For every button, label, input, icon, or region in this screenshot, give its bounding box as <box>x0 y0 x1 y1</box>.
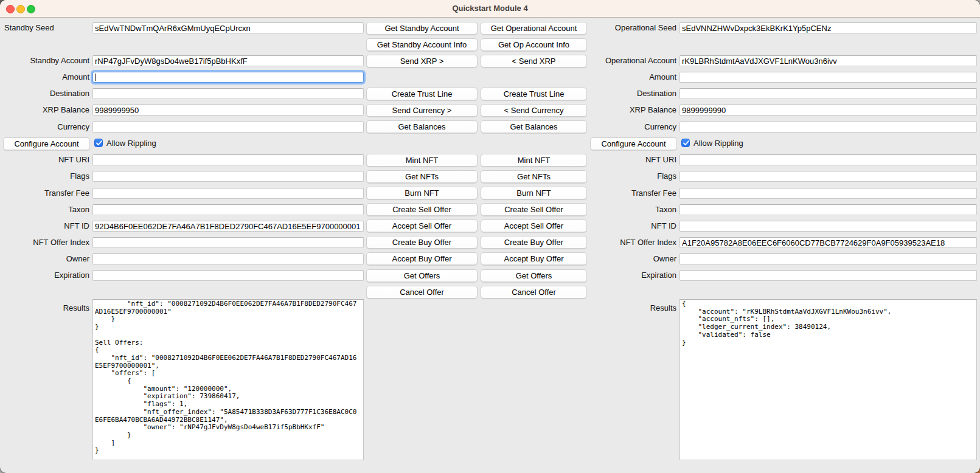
standby-mint-nft-button[interactable]: Mint NFT <box>366 154 478 167</box>
operational-account-label: Operational Account <box>523 55 676 66</box>
operational-destination-input[interactable] <box>679 88 977 99</box>
standby-nft-offer-index-label: NFT Offer Index <box>0 237 89 247</box>
operational-xrp-balance-label: XRP Balance <box>523 105 676 115</box>
standby-amount-label: Amount <box>0 72 89 82</box>
operational-transfer-fee-input[interactable] <box>679 188 977 199</box>
standby-nft-id-input[interactable] <box>92 221 364 232</box>
operational-expiration-input[interactable] <box>679 270 977 281</box>
standby-seed-input[interactable] <box>92 22 364 33</box>
app-window: Quickstart Module 4 Standby Seed Standby… <box>0 0 980 473</box>
operational-allow-rippling-checkbox[interactable] <box>681 139 690 147</box>
standby-amount-input[interactable] <box>92 72 364 83</box>
operational-amount-label: Amount <box>523 72 676 82</box>
operational-xrp-balance-input[interactable] <box>679 105 977 116</box>
standby-destination-input[interactable] <box>92 88 364 99</box>
title-bar: Quickstart Module 4 <box>0 0 980 18</box>
get-standby-account-info-button[interactable]: Get Standby Account Info <box>366 38 478 51</box>
operational-currency-input[interactable] <box>679 122 977 133</box>
send-xrp-right-button[interactable]: Send XRP > <box>366 55 478 67</box>
operational-cancel-offer-button[interactable]: Cancel Offer <box>481 286 587 299</box>
standby-account-label: Standby Account <box>0 55 89 66</box>
standby-get-balances-button[interactable]: Get Balances <box>366 120 478 133</box>
standby-nft-offer-index-input[interactable] <box>92 237 364 248</box>
standby-create-sell-offer-button[interactable]: Create Sell Offer <box>366 203 478 216</box>
operational-owner-input[interactable] <box>679 254 977 264</box>
standby-flags-input[interactable] <box>92 171 364 182</box>
standby-allow-rippling-checkbox[interactable] <box>94 139 103 147</box>
operational-transfer-fee-label: Transfer Fee <box>523 188 676 198</box>
checkmark-icon <box>683 140 689 146</box>
standby-xrp-balance-label: XRP Balance <box>0 105 89 115</box>
text-caret <box>96 74 96 81</box>
standby-currency-label: Currency <box>0 122 89 132</box>
standby-transfer-fee-label: Transfer Fee <box>0 188 89 198</box>
operational-results-text: { "account": "rK9LBRhStdmtAaVdJXGVF1LnKW… <box>682 300 976 347</box>
operational-destination-label: Destination <box>523 88 676 98</box>
zoom-button[interactable] <box>27 5 35 13</box>
operational-nft-offer-index-input[interactable] <box>679 237 977 248</box>
operational-nft-uri-input[interactable] <box>679 154 977 165</box>
standby-nft-uri-input[interactable] <box>92 154 364 165</box>
operational-amount-input[interactable] <box>679 72 977 83</box>
standby-flags-label: Flags <box>0 171 89 181</box>
standby-currency-input[interactable] <box>92 122 364 133</box>
operational-allow-rippling-label: Allow Rippling <box>693 138 743 148</box>
standby-get-nfts-button[interactable]: Get NFTs <box>366 170 478 183</box>
standby-configure-account-button[interactable]: Configure Account <box>3 137 90 150</box>
standby-burn-nft-button[interactable]: Burn NFT <box>366 187 478 199</box>
operational-nft-uri-label: NFT URI <box>523 154 676 165</box>
standby-results-label: Results <box>0 303 89 313</box>
standby-get-offers-button[interactable]: Get Offers <box>366 269 478 282</box>
standby-owner-label: Owner <box>0 254 89 264</box>
standby-expiration-label: Expiration <box>0 270 89 280</box>
checkmark-icon <box>96 140 102 146</box>
standby-nft-id-label: NFT ID <box>0 221 89 231</box>
operational-owner-label: Owner <box>523 254 676 264</box>
operational-expiration-label: Expiration <box>523 270 676 280</box>
standby-taxon-label: Taxon <box>0 204 89 215</box>
standby-create-buy-offer-button[interactable]: Create Buy Offer <box>366 236 478 249</box>
operational-taxon-input[interactable] <box>679 204 977 215</box>
close-button[interactable] <box>6 5 15 13</box>
standby-expiration-input[interactable] <box>92 270 364 281</box>
standby-seed-label: Standby Seed <box>4 22 89 33</box>
operational-results-area[interactable]: { "account": "rK9LBRhStdmtAaVdJXGVF1LnKW… <box>679 299 977 460</box>
standby-accept-sell-offer-button[interactable]: Accept Sell Offer <box>366 219 478 232</box>
window-title: Quickstart Module 4 <box>0 0 980 17</box>
operational-flags-label: Flags <box>523 171 676 181</box>
operational-flags-input[interactable] <box>679 171 977 182</box>
standby-transfer-fee-input[interactable] <box>92 188 364 199</box>
standby-allow-rippling-label: Allow Rippling <box>106 138 156 148</box>
operational-seed-input[interactable] <box>679 22 977 33</box>
standby-cancel-offer-button[interactable]: Cancel Offer <box>366 286 478 299</box>
minimize-button[interactable] <box>16 5 25 13</box>
operational-taxon-label: Taxon <box>523 204 676 215</box>
standby-nft-uri-label: NFT URI <box>0 154 89 165</box>
operational-nft-id-label: NFT ID <box>523 221 676 231</box>
send-currency-right-button[interactable]: Send Currency > <box>366 104 478 117</box>
standby-owner-input[interactable] <box>92 254 364 264</box>
get-op-account-info-button[interactable]: Get Op Account Info <box>481 38 587 51</box>
operational-configure-account-button[interactable]: Configure Account <box>590 137 677 150</box>
standby-create-trust-line-button[interactable]: Create Trust Line <box>366 88 478 100</box>
get-standby-account-button[interactable]: Get Standby Account <box>366 22 478 35</box>
operational-account-input[interactable] <box>679 55 977 66</box>
standby-xrp-balance-input[interactable] <box>92 105 364 116</box>
operational-currency-label: Currency <box>523 122 676 132</box>
operational-seed-label: Operational Seed <box>523 22 676 33</box>
standby-accept-buy-offer-button[interactable]: Accept Buy Offer <box>366 252 478 265</box>
operational-nft-offer-index-label: NFT Offer Index <box>523 237 676 247</box>
standby-account-input[interactable] <box>92 55 364 66</box>
operational-results-label: Results <box>523 303 676 313</box>
standby-taxon-input[interactable] <box>92 204 364 215</box>
standby-destination-label: Destination <box>0 88 89 98</box>
standby-results-area[interactable]: "nft_id": "0008271092D4B6F0EE062DE7FA46A… <box>92 299 364 460</box>
operational-nft-id-input[interactable] <box>679 221 977 232</box>
standby-results-text: "nft_id": "0008271092D4B6F0EE062DE7FA46A… <box>95 300 363 455</box>
